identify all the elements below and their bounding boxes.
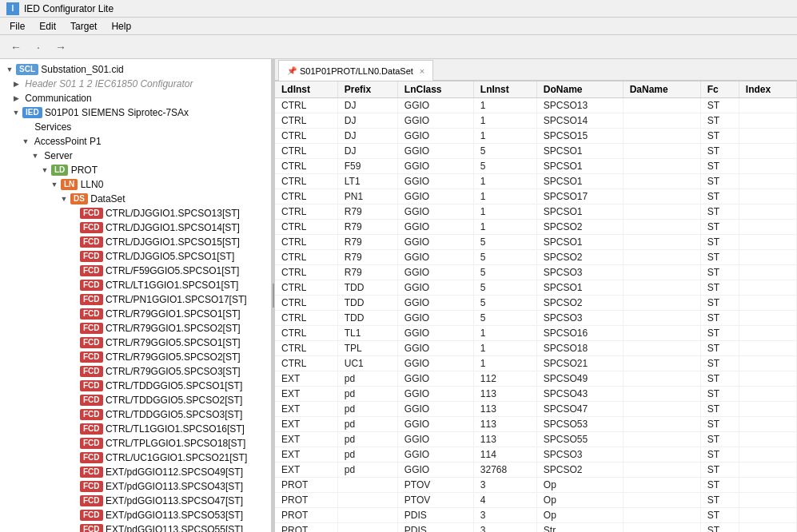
table-row: EXTpdGGIO113SPCSO47ST	[275, 402, 797, 417]
grid-cell-lnclass: GGIO	[397, 371, 473, 387]
tree-node-fcd23[interactable]: FCD EXT/pdGGIO113.SPCSO55[ST]	[0, 522, 271, 532]
grid-cell-lninst: 5	[473, 235, 536, 250]
tree-node-ln-lln0[interactable]: ▼LN LLN0	[0, 177, 271, 192]
node-text: Services	[32, 121, 71, 133]
tree-node-header[interactable]: ▶ Header S01 1 2 IEC61850 Configurator	[0, 77, 271, 91]
tree-node-fcd12[interactable]: FCD CTRL/R79GGIO5.SPCSO3[ST]	[0, 364, 271, 379]
grid-cell-lnclass: PDIS	[397, 523, 473, 533]
grid-cell-lnclass: PDIS	[397, 508, 473, 523]
tree-node-fcd16[interactable]: FCD CTRL/TL1GGIO1.SPCSO16[ST]	[0, 422, 271, 436]
tree-node-fcd8[interactable]: FCD CTRL/R79GGIO1.SPCSO1[ST]	[0, 307, 271, 321]
grid-cell-prefix: PN1	[337, 189, 397, 204]
tree-node-scl-root[interactable]: ▼SCL Substation_S01.cid	[0, 62, 271, 77]
grid-cell-index	[739, 144, 796, 159]
menu-help[interactable]: Help	[105, 19, 137, 34]
tree-node-fcd5[interactable]: FCD CTRL/F59GGIO5.SPCSO1[ST]	[0, 264, 271, 278]
menu-bar: File Edit Target Help	[0, 18, 797, 35]
grid-cell-index	[739, 113, 796, 129]
tree-node-fcd18[interactable]: FCD CTRL/UC1GGIO1.SPCSO21[ST]	[0, 451, 271, 465]
grid-cell-lninst: 113	[473, 402, 536, 417]
node-badge: FCD	[80, 366, 103, 377]
expand-icon: ▼	[3, 63, 16, 76]
menu-target[interactable]: Target	[64, 19, 103, 34]
main-layout: ▼SCL Substation_S01.cid▶ Header S01 1 2 …	[0, 59, 797, 532]
expand-icon	[67, 221, 80, 234]
tree-node-fcd4[interactable]: FCD CTRL/DJGGIO5.SPCSO1[ST]	[0, 249, 271, 264]
grid-cell-fc: ST	[700, 296, 739, 311]
grid-cell-index	[739, 189, 796, 204]
grid-cell-lnclass: GGIO	[397, 280, 473, 296]
grid-cell-doname: Str	[536, 523, 623, 533]
expand-icon	[67, 437, 80, 450]
grid-cell-doname: SPCSO1	[536, 235, 623, 250]
tree-node-fcd19[interactable]: FCD EXT/pdGGIO112.SPCSO49[ST]	[0, 465, 271, 479]
node-badge: LD	[51, 165, 68, 176]
node-badge: FCD	[80, 495, 103, 506]
grid-cell-fc: ST	[700, 159, 739, 174]
tree-node-ied[interactable]: ▼IED S01P01 SIEMENS Siprotec-7SAx	[0, 105, 271, 120]
tree-node-fcd15[interactable]: FCD CTRL/TDDGGIO5.SPCSO3[ST]	[0, 407, 271, 422]
node-badge: FCD	[80, 395, 103, 406]
tree-node-comm[interactable]: ▶ Communication	[0, 91, 271, 105]
tree-node-fcd11[interactable]: FCD CTRL/R79GGIO5.SPCSO2[ST]	[0, 350, 271, 364]
tree-node-ds[interactable]: ▼DS DataSet	[0, 192, 271, 206]
table-row: PROTPTOV4OpST	[275, 493, 797, 508]
grid-cell-lnclass: PTOV	[397, 478, 473, 493]
tree-node-fcd13[interactable]: FCD CTRL/TDDGGIO5.SPCSO1[ST]	[0, 379, 271, 393]
tree-node-fcd22[interactable]: FCD EXT/pdGGIO113.SPCSO53[ST]	[0, 508, 271, 522]
tree-node-server[interactable]: ▼ Server	[0, 149, 271, 163]
grid-cell-lninst: 5	[473, 159, 536, 174]
grid-cell-prefix: DJ	[337, 144, 397, 159]
tab-close-button[interactable]: ×	[420, 66, 424, 76]
table-row: EXTpdGGIO114SPCSO3ST	[275, 447, 797, 463]
resize-handle[interactable]	[272, 59, 275, 532]
grid-cell-lninst: 3	[473, 523, 536, 533]
grid-cell-ldinst: CTRL	[275, 220, 337, 235]
grid-cell-ldinst: CTRL	[275, 144, 337, 159]
tree-node-fcd21[interactable]: FCD EXT/pdGGIO113.SPCSO47[ST]	[0, 494, 271, 508]
grid-cell-fc: ST	[700, 326, 739, 341]
grid-cell-lnclass: GGIO	[397, 432, 473, 447]
title-bar-text: IED Configurator Lite	[24, 3, 114, 14]
table-row: CTRLDJGGIO5SPCSO1ST	[275, 144, 797, 159]
grid-cell-daname	[623, 250, 700, 265]
tree-node-fcd3[interactable]: FCD CTRL/DJGGIO1.SPCSO15[ST]	[0, 235, 271, 249]
tree-node-ap[interactable]: ▼ AccessPoint P1	[0, 134, 271, 149]
node-text: EXT/pdGGIO113.SPCSO55[ST]	[103, 524, 243, 532]
grid-cell-ldinst: CTRL	[275, 265, 337, 280]
menu-file[interactable]: File	[3, 19, 31, 34]
grid-cell-index	[739, 129, 796, 144]
grid-col-header-ldinst: LdInst	[275, 81, 337, 98]
grid-cell-daname	[623, 280, 700, 296]
grid-cell-lnclass: GGIO	[397, 189, 473, 204]
menu-edit[interactable]: Edit	[33, 19, 62, 34]
node-badge: LN	[61, 179, 78, 190]
node-text: S01P01 SIEMENS Siprotec-7SAx	[42, 107, 189, 118]
tree-node-fcd1[interactable]: FCD CTRL/DJGGIO1.SPCSO13[ST]	[0, 206, 271, 220]
forward-button[interactable]: →	[51, 38, 70, 57]
table-row: EXTpdGGIO112SPCSO49ST	[275, 371, 797, 387]
grid-cell-fc: ST	[700, 113, 739, 129]
grid-cell-daname	[623, 204, 700, 220]
grid-cell-ldinst: EXT	[275, 447, 337, 463]
tab-dataset[interactable]: 📌 S01P01PROT/LLN0.DataSet ×	[278, 60, 433, 81]
tree-node-ld-prot[interactable]: ▼LD PROT	[0, 163, 271, 177]
grid-cell-doname: SPCSO43	[536, 387, 623, 402]
grid-cell-index	[739, 387, 796, 402]
tree-node-fcd7[interactable]: FCD CTRL/PN1GGIO1.SPCSO17[ST]	[0, 292, 271, 307]
grid-cell-doname: SPCSO53	[536, 417, 623, 432]
tree-node-fcd14[interactable]: FCD CTRL/TDDGGIO5.SPCSO2[ST]	[0, 393, 271, 407]
grid-cell-lnclass: GGIO	[397, 265, 473, 280]
tree-node-fcd10[interactable]: FCD CTRL/R79GGIO5.SPCSO1[ST]	[0, 335, 271, 350]
tree-node-fcd20[interactable]: FCD EXT/pdGGIO113.SPCSO43[ST]	[0, 479, 271, 494]
back-button[interactable]: ←	[6, 38, 26, 57]
tree-node-services[interactable]: Services	[0, 120, 271, 134]
table-row: CTRLDJGGIO1SPCSO14ST	[275, 113, 797, 129]
node-text: CTRL/TDDGGIO5.SPCSO3[ST]	[103, 409, 243, 420]
node-text: CTRL/TDDGGIO5.SPCSO1[ST]	[103, 380, 243, 391]
tree-node-fcd2[interactable]: FCD CTRL/DJGGIO1.SPCSO14[ST]	[0, 220, 271, 235]
tree-node-fcd6[interactable]: FCD CTRL/LT1GGIO1.SPCSO1[ST]	[0, 278, 271, 292]
tree-node-fcd17[interactable]: FCD CTRL/TPLGGIO1.SPCSO18[ST]	[0, 436, 271, 451]
tree-node-fcd9[interactable]: FCD CTRL/R79GGIO1.SPCSO2[ST]	[0, 321, 271, 335]
node-text: CTRL/DJGGIO1.SPCSO13[ST]	[103, 208, 240, 219]
